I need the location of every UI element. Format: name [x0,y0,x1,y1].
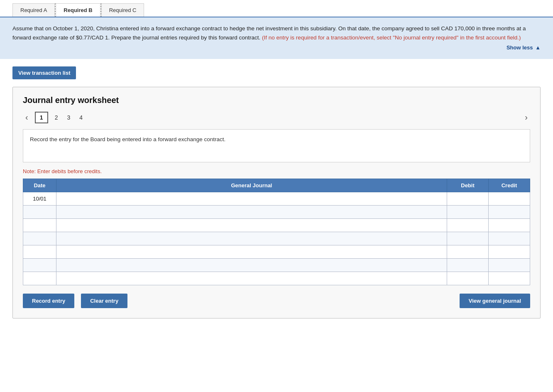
next-page-arrow[interactable]: › [522,112,530,123]
row-0-debit-cell[interactable] [447,192,489,205]
page-4-button[interactable]: 4 [77,113,85,122]
entry-description-box: Record the entry for the Board being ent… [23,129,530,162]
tab-required-a-label: Required A [20,7,47,13]
row-2-credit-input[interactable] [489,219,530,232]
row-4-credit-cell[interactable] [489,245,530,258]
row-3-date-cell [23,232,56,245]
row-3-debit-input[interactable] [447,232,488,245]
tab-required-b-label: Required B [64,7,92,13]
row-1-debit-cell[interactable] [447,205,489,218]
tab-required-b[interactable]: Required B [56,3,100,17]
row-6-debit-cell[interactable] [447,272,489,285]
clear-entry-button[interactable]: Clear entry [81,294,127,308]
row-4-gj-input[interactable] [56,245,447,258]
page-1-button[interactable]: 1 [35,112,48,123]
row-1-gj-cell[interactable] [56,205,447,218]
row-6-date-cell [23,272,56,285]
show-less-label: Show less [507,44,533,51]
row-0-credit-cell[interactable] [489,192,530,205]
info-red-text: (If no entry is required for a transacti… [262,34,521,41]
journal-entry-worksheet: Journal entry worksheet ‹ 1 2 3 4 › Reco… [12,87,541,318]
table-row: 10/01 [23,192,530,205]
row-6-gj-input[interactable] [56,272,447,285]
entry-description-text: Record the entry for the Board being ent… [30,136,225,142]
row-4-date-cell [23,245,56,258]
row-2-date-cell [23,218,56,232]
col-header-date: Date [23,179,56,192]
row-5-credit-input[interactable] [489,259,530,272]
row-3-debit-cell[interactable] [447,232,489,245]
row-2-gj-input[interactable] [56,219,447,232]
row-6-gj-cell[interactable] [56,272,447,285]
view-transaction-list-button[interactable]: View transaction list [12,66,76,79]
row-1-credit-cell[interactable] [489,205,530,218]
col-header-credit: Credit [489,179,530,192]
row-5-debit-cell[interactable] [447,258,489,272]
tab-required-c[interactable]: Required C [101,3,144,17]
row-3-credit-cell[interactable] [489,232,530,245]
tabs-bar: Required A Required B Required C [0,0,553,17]
prev-page-arrow[interactable]: ‹ [23,112,31,123]
record-entry-button[interactable]: Record entry [23,294,74,308]
row-5-gj-cell[interactable] [56,258,447,272]
row-0-gj-cell[interactable] [56,192,447,205]
row-5-gj-input[interactable] [56,259,447,272]
row-3-credit-input[interactable] [489,232,530,245]
table-row [23,205,530,218]
view-general-journal-button[interactable]: View general journal [460,294,530,308]
table-row [23,218,530,232]
row-0-debit-input[interactable] [447,192,488,205]
row-1-credit-input[interactable] [489,206,530,218]
table-row [23,258,530,272]
page-navigation: ‹ 1 2 3 4 › [23,112,530,123]
row-1-debit-input[interactable] [447,206,488,218]
row-4-credit-input[interactable] [489,245,530,258]
row-2-debit-input[interactable] [447,219,488,232]
journal-table: Date General Journal Debit Credit 10/01 [23,179,530,285]
row-3-gj-input[interactable] [56,232,447,245]
worksheet-title: Journal entry worksheet [23,96,530,105]
row-6-credit-input[interactable] [489,272,530,285]
table-row [23,232,530,245]
row-0-credit-input[interactable] [489,192,530,205]
row-0-gj-input[interactable] [56,192,447,205]
row-6-credit-cell[interactable] [489,272,530,285]
row-2-credit-cell[interactable] [489,218,530,232]
row-3-gj-cell[interactable] [56,232,447,245]
page-3-button[interactable]: 3 [64,113,73,122]
row-1-gj-input[interactable] [56,206,447,218]
row-1-date-cell [23,205,56,218]
view-transaction-btn-wrapper: View transaction list [12,66,76,79]
tab-required-a[interactable]: Required A [12,3,55,17]
row-6-debit-input[interactable] [447,272,488,285]
show-less-arrow-icon: ▲ [535,44,541,52]
row-4-debit-input[interactable] [447,245,488,258]
show-less-button[interactable]: Show less ▲ [12,42,541,52]
col-header-general-journal: General Journal [56,179,447,192]
page-2-button[interactable]: 2 [52,113,61,122]
entry-note: Note: Enter debits before credits. [23,168,530,174]
table-row [23,245,530,258]
tab-required-c-label: Required C [109,7,137,13]
row-5-date-cell [23,258,56,272]
row-2-gj-cell[interactable] [56,218,447,232]
row-5-credit-cell[interactable] [489,258,530,272]
row-5-debit-input[interactable] [447,259,488,272]
row-4-gj-cell[interactable] [56,245,447,258]
table-row [23,272,530,285]
info-box: Assume that on October 1, 2020, Christin… [0,17,553,59]
col-header-debit: Debit [447,179,489,192]
row-2-debit-cell[interactable] [447,218,489,232]
row-0-date-cell: 10/01 [23,192,56,205]
bottom-buttons: Record entry Clear entry View general jo… [23,294,530,308]
row-4-debit-cell[interactable] [447,245,489,258]
